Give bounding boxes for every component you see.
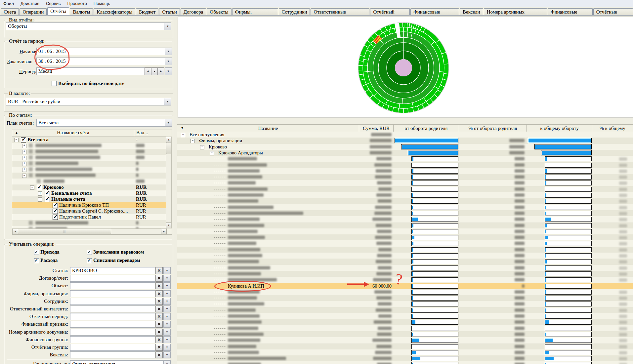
collapse-icon[interactable]: − [38, 197, 42, 202]
tree-row[interactable]: Наличные Сергей С. Крюково,...RUR [12, 208, 166, 214]
operation-checkbox-1[interactable] [87, 250, 92, 255]
operation-checkbox-2[interactable] [34, 258, 39, 263]
filter-clear-icon-3[interactable]: ✕ [155, 290, 163, 297]
table-row[interactable] [177, 247, 633, 253]
currency-select[interactable]: RUR - Российские рубли [6, 98, 166, 105]
table-row[interactable]: −Крюково [177, 144, 633, 150]
tab-11[interactable]: Ответственные контрагента [311, 8, 369, 15]
filter-clear-icon-9[interactable]: ✕ [155, 336, 163, 343]
table-col-header-2[interactable]: от оборота родителя [394, 125, 459, 132]
filter-input-3[interactable] [70, 290, 155, 297]
filter-clear-icon-5[interactable]: ✕ [155, 305, 163, 312]
tab-1[interactable]: Операции [20, 8, 47, 15]
table-row[interactable] [177, 222, 633, 228]
tree-row[interactable]: Наличные Крюково ТПRUR [12, 202, 166, 208]
filter-clear-icon-6[interactable]: ✕ [155, 313, 163, 320]
filter-input-0[interactable]: КРЮКОВО [70, 267, 155, 274]
collapse-icon[interactable]: − [30, 185, 34, 190]
accounts-tree-header[interactable]: ▲ Название счёта Вал... [12, 130, 172, 137]
filter-input-10[interactable] [70, 344, 155, 351]
table-row[interactable] [177, 307, 633, 313]
expand-icon[interactable]: + [22, 162, 26, 166]
filter-dropdown-icon-3[interactable]: ▼ [163, 290, 171, 297]
table-row[interactable] [177, 355, 633, 361]
tab-3[interactable]: Валюты [70, 8, 93, 15]
row-collapse-icon[interactable]: − [200, 145, 204, 149]
menu-item-4[interactable]: Помощь [90, 0, 113, 7]
chart-of-accounts-select[interactable]: Все счета [36, 119, 167, 127]
start-date-input[interactable]: 01 . 06 . 2015 [36, 48, 167, 55]
tree-col-currency[interactable]: Вал... [134, 130, 168, 137]
table-row[interactable] [177, 301, 633, 307]
table-row[interactable] [177, 259, 633, 264]
table-row[interactable] [177, 180, 633, 186]
filter-input-7[interactable] [70, 321, 155, 328]
currency-dropdown-icon[interactable]: ▼ [164, 98, 171, 105]
table-row[interactable] [177, 234, 633, 240]
filter-dropdown-icon-11[interactable]: ▼ [163, 351, 171, 358]
operation-checkbox-0[interactable] [34, 250, 39, 255]
tree-scroll-right-icon[interactable]: ► [161, 229, 167, 234]
table-col-header-0[interactable]: Название [177, 125, 359, 132]
tab-15[interactable]: Номера архивных документов [484, 8, 547, 15]
tree-row[interactable]: + [12, 155, 166, 161]
table-row[interactable] [177, 216, 633, 222]
report-type-dropdown-icon[interactable]: ▼ [164, 22, 171, 30]
tab-13[interactable]: Финансовые признаки [410, 8, 459, 15]
row-collapse-icon[interactable]: − [190, 139, 195, 143]
filter-input-8[interactable] [70, 329, 155, 336]
table-row[interactable]: −Все поступления [177, 132, 633, 138]
table-row[interactable] [177, 289, 633, 295]
filter-clear-icon-1[interactable]: ✕ [155, 275, 163, 282]
table-row[interactable]: Куликова А.И.ИП60 000,00 [177, 283, 633, 289]
table-col-header-4[interactable]: к общему обороту [527, 125, 592, 132]
chart-of-accounts-dropdown-icon[interactable]: ▼ [165, 119, 172, 127]
tree-checkbox[interactable] [53, 203, 58, 208]
tab-10[interactable]: Сотрудники [279, 8, 310, 15]
filter-clear-icon-2[interactable]: ✕ [155, 282, 163, 289]
table-row[interactable] [177, 331, 633, 337]
table-row[interactable] [177, 337, 633, 343]
tree-scroll-left-icon[interactable]: ◄ [13, 229, 18, 234]
table-col-header-5[interactable]: % к общему [592, 125, 633, 132]
filter-dropdown-icon-5[interactable]: ▼ [163, 305, 171, 312]
tab-7[interactable]: Договора [181, 8, 206, 15]
filter-clear-icon-10[interactable]: ✕ [155, 344, 163, 351]
tree-vscrollbar[interactable]: ▲ ▼ [166, 137, 172, 228]
table-col-header-3[interactable]: % от оборота родителя [459, 125, 527, 132]
filter-clear-icon-8[interactable]: ✕ [155, 329, 163, 336]
table-row[interactable] [177, 204, 633, 210]
collapse-icon[interactable]: − [14, 138, 19, 142]
tree-row[interactable]: +Безнальные счетаRUR [12, 190, 166, 196]
filter-input-6[interactable] [70, 313, 155, 320]
tree-row[interactable]: − [12, 173, 166, 179]
tree-row[interactable]: + [12, 143, 166, 149]
table-row[interactable] [177, 210, 633, 216]
filter-input-11[interactable] [70, 351, 155, 358]
filter-dropdown-icon-4[interactable]: ▼ [163, 298, 171, 305]
filter-input-9[interactable] [70, 336, 155, 343]
table-row[interactable] [177, 349, 633, 355]
tab-14[interactable]: Вексели [460, 8, 483, 15]
tab-6[interactable]: Статьи [159, 8, 180, 15]
tab-17[interactable]: Отчётные группы [593, 8, 633, 15]
tree-hscroll-thumb[interactable]: ||| [18, 229, 111, 234]
table-row[interactable] [177, 228, 633, 234]
table-row[interactable] [177, 162, 633, 168]
tree-col-name[interactable]: Название счёта [12, 130, 134, 136]
tree-checkbox[interactable] [45, 191, 50, 196]
tab-5[interactable]: Бюджет [136, 8, 158, 15]
table-row[interactable] [177, 253, 633, 259]
tree-row[interactable]: + [12, 167, 166, 173]
filter-input-5[interactable] [70, 305, 155, 312]
tab-9[interactable]: Фирмы, организации [232, 8, 278, 15]
start-date-dropdown-icon[interactable]: ▼ [165, 48, 172, 55]
table-row[interactable] [177, 156, 633, 162]
table-row[interactable]: −Фирмы, организации [177, 138, 633, 143]
filter-dropdown-icon-7[interactable]: ▼ [163, 321, 171, 328]
end-date-input[interactable]: 30 . 06 . 2015 [36, 58, 167, 65]
tree-row[interactable] [12, 179, 166, 184]
expand-icon[interactable]: + [22, 168, 26, 172]
expand-icon[interactable]: + [22, 150, 26, 154]
group-by-select[interactable]: Фирма, организация [70, 360, 166, 364]
